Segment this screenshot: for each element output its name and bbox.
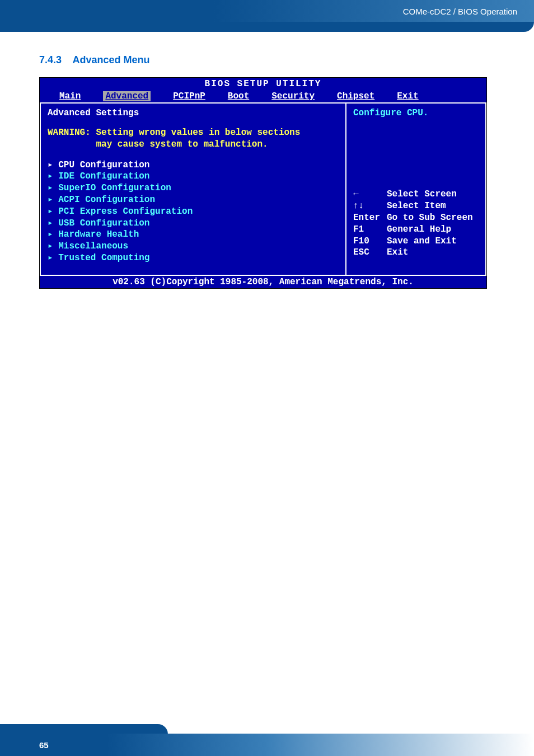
bios-copyright: v02.63 (C)Copyright 1985-2008, American …	[40, 276, 486, 288]
submenu-arrow-icon: ▸	[48, 183, 58, 193]
footer-decoration	[0, 724, 168, 734]
warning-message: WARNING: Setting wrong values in below s…	[48, 127, 339, 151]
section-number: 7.4.3	[39, 54, 62, 65]
footer-bar: 65	[0, 734, 534, 756]
menu-acpi-configuration[interactable]: ▸ ACPI Configuration	[48, 194, 339, 206]
content-area: 7.4.3 Advanced Menu BIOS SETUP UTILITY M…	[0, 32, 534, 306]
nav-row: F10Save and Exit	[353, 236, 473, 247]
section-title-text: Advanced Menu	[72, 54, 149, 65]
submenu-arrow-icon: ▸	[48, 195, 58, 205]
submenu-arrow-icon: ▸	[48, 171, 58, 181]
panel-title: Advanced Settings	[48, 108, 339, 118]
bios-right-panel: Configure CPU. ←Select Screen ↑↓Select I…	[346, 102, 486, 276]
nav-label: Save and Exit	[387, 236, 457, 246]
submenu-arrow-icon: ▸	[48, 160, 58, 170]
bios-tab-bar: Main Advanced PCIPnP Boot Security Chips…	[40, 90, 486, 102]
page-footer: 65	[0, 724, 534, 756]
submenu-arrow-icon: ▸	[48, 241, 58, 251]
nav-row: EnterGo to Sub Screen	[353, 212, 473, 224]
tab-chipset[interactable]: Chipset	[337, 91, 374, 101]
menu-ide-configuration[interactable]: ▸ IDE Configuration	[48, 171, 339, 182]
nav-key: ESC	[353, 247, 387, 259]
submenu-arrow-icon: ▸	[48, 229, 58, 240]
menu-superio-configuration[interactable]: ▸ SuperIO Configuration	[48, 182, 339, 194]
nav-key: ←	[353, 189, 387, 200]
nav-row: ESCExit	[353, 247, 473, 259]
nav-row: ←Select Screen	[353, 189, 473, 200]
tab-boot[interactable]: Boot	[228, 91, 249, 101]
nav-key: Enter	[353, 212, 387, 224]
nav-label: General Help	[387, 224, 451, 234]
menu-pci-express-configuration[interactable]: ▸ PCI Express Configuration	[48, 206, 339, 218]
nav-label: Go to Sub Screen	[387, 213, 473, 223]
nav-label: Exit	[387, 247, 408, 257]
submenu-arrow-icon: ▸	[48, 206, 58, 217]
tab-main[interactable]: Main	[59, 91, 81, 101]
page-header: COMe-cDC2 / BIOS Operation	[0, 0, 534, 22]
menu-trusted-computing[interactable]: ▸ Trusted Computing	[48, 252, 339, 264]
bios-body: Advanced Settings WARNING: Setting wrong…	[40, 102, 486, 276]
bios-screen: BIOS SETUP UTILITY Main Advanced PCIPnP …	[39, 77, 487, 289]
section-heading: 7.4.3 Advanced Menu	[39, 54, 495, 66]
submenu-arrow-icon: ▸	[48, 253, 58, 263]
page-number: 65	[39, 740, 49, 750]
navigation-help: ←Select Screen ↑↓Select Item EnterGo to …	[353, 189, 473, 270]
menu-cpu-configuration[interactable]: ▸ CPU Configuration	[48, 159, 339, 171]
nav-key: F10	[353, 236, 387, 247]
nav-label: Select Item	[387, 201, 446, 211]
nav-row: F1General Help	[353, 224, 473, 236]
submenu-arrow-icon: ▸	[48, 218, 58, 228]
nav-row: ↑↓Select Item	[353, 200, 473, 212]
tab-security[interactable]: Security	[271, 91, 315, 101]
breadcrumb: COMe-cDC2 / BIOS Operation	[403, 7, 517, 16]
menu-hardware-health[interactable]: ▸ Hardware Health	[48, 229, 339, 241]
menu-miscellaneous[interactable]: ▸ Miscellaneous	[48, 241, 339, 252]
bios-left-panel: Advanced Settings WARNING: Setting wrong…	[40, 102, 346, 276]
nav-label: Select Screen	[387, 189, 457, 199]
tab-advanced[interactable]: Advanced	[103, 91, 151, 101]
context-help: Configure CPU.	[353, 108, 479, 118]
tab-exit[interactable]: Exit	[397, 91, 418, 101]
tab-pcipnp[interactable]: PCIPnP	[173, 91, 205, 101]
bios-title: BIOS SETUP UTILITY	[40, 78, 486, 90]
header-decoration	[0, 22, 534, 32]
nav-key: F1	[353, 224, 387, 236]
nav-key: ↑↓	[353, 200, 387, 212]
menu-usb-configuration[interactable]: ▸ USB Configuration	[48, 218, 339, 229]
